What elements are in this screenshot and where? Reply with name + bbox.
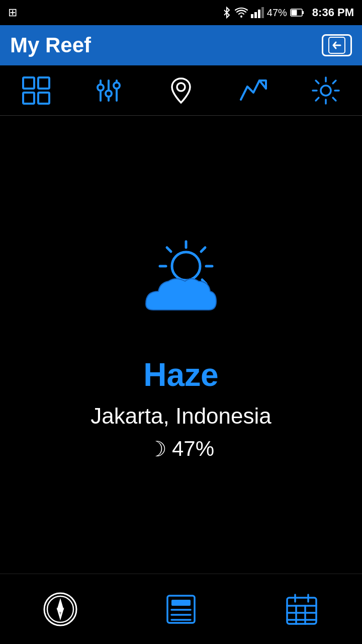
display-icon: ⊞ [8,6,17,19]
battery-icon [290,8,304,17]
compass-nav-icon[interactable] [38,587,83,632]
svg-rect-6 [302,11,304,14]
svg-rect-4 [261,7,264,18]
location-icon[interactable] [161,70,201,111]
svg-point-16 [98,85,104,91]
svg-rect-11 [23,93,34,104]
status-time: 8:36 PM [312,6,354,19]
svg-point-19 [177,83,185,91]
sliders-icon[interactable] [88,70,129,111]
app-bar: My Reef [0,25,362,65]
svg-point-20 [321,86,331,96]
grid-icon[interactable] [16,70,56,111]
svg-point-18 [114,83,120,89]
chart-icon[interactable] [233,70,274,111]
back-button[interactable] [322,34,352,56]
svg-rect-1 [251,14,253,18]
bluetooth-icon [222,7,232,19]
svg-line-25 [167,248,171,252]
main-content: Haze Jakarta, Indonesia ☽ 47% [0,116,362,574]
svg-point-17 [106,91,112,97]
status-bar: ⊞ 47% 8:36 PM [0,0,362,25]
svg-point-0 [240,16,242,18]
moon-icon: ☽ [148,437,167,461]
signal-icon [251,7,264,18]
wifi-icon [235,7,248,18]
svg-rect-2 [254,12,257,18]
svg-rect-32 [171,600,191,606]
toolbar [0,65,362,116]
svg-line-22 [201,248,205,252]
svg-rect-10 [38,77,49,89]
calendar-nav-icon[interactable] [279,587,324,632]
svg-point-30 [58,607,62,611]
svg-rect-3 [258,10,260,18]
app-title: My Reef [10,33,91,57]
battery-text: 47% [267,7,287,19]
svg-rect-12 [38,93,49,104]
weather-condition: Haze [143,356,218,393]
partly-cloudy-icon [131,238,231,329]
bottom-nav [0,574,362,644]
svg-rect-9 [23,77,34,89]
weather-humidity-row: ☽ 47% [148,437,214,461]
weather-location: Jakarta, Indonesia [90,404,272,429]
svg-point-27 [172,252,200,280]
settings-icon[interactable] [306,70,346,111]
news-nav-icon[interactable] [158,587,204,632]
weather-icon-container [131,238,231,331]
svg-rect-7 [291,10,297,16]
weather-humidity-value: 47% [172,437,214,461]
